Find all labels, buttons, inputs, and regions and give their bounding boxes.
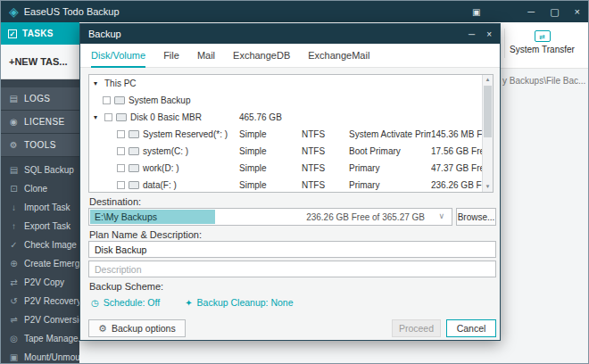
create-emergency-icon: ⊕ — [9, 259, 19, 269]
chevron-down-icon[interactable]: ∨ — [438, 211, 444, 220]
tool-item-import-task[interactable]: ↓Import Task — [1, 198, 79, 217]
tool-item-tape-manage[interactable]: ◎Tape Manage... — [1, 329, 79, 348]
tab-mail[interactable]: Mail — [197, 44, 215, 68]
cleanup-label: Backup Cleanup: None — [197, 297, 294, 308]
tree-row-system-backup[interactable]: System Backup — [89, 92, 493, 109]
tree-row-this-pc[interactable]: ▾This PC — [89, 75, 493, 92]
window-controls: ▣ ─ ▢ × — [472, 6, 580, 18]
proceed-button[interactable]: Proceed — [392, 319, 441, 337]
sidebar-item-logs[interactable]: ▤ LOGS — [1, 87, 79, 111]
close-button[interactable]: × — [575, 6, 580, 17]
dialog-close-button[interactable]: × — [486, 29, 492, 39]
minimize-button[interactable]: ─ — [527, 6, 535, 17]
tab-file[interactable]: File — [163, 44, 179, 68]
col-type: Boot Primary — [349, 146, 431, 156]
tool-label: Import Task — [24, 203, 71, 212]
easeus-logo-icon: ◈ — [9, 5, 19, 18]
col-filesystem: NTFS — [302, 180, 349, 190]
col-type: System Activate Prima... — [349, 129, 431, 139]
tool-item-check-image[interactable]: ✓Check Image — [1, 236, 79, 254]
tab-system-transfer[interactable]: ⇄ System Transfer — [504, 29, 579, 58]
tab-disk-volume[interactable]: Disk/Volume — [91, 44, 145, 68]
tree-scrollbar[interactable]: ▲ ▼ — [482, 75, 493, 192]
checkbox[interactable] — [103, 96, 111, 104]
drive-icon — [116, 113, 127, 121]
row-label: System Backup — [129, 95, 190, 105]
tab-exchangemail[interactable]: ExchangeMail — [308, 44, 369, 68]
tool-label: Export Task — [24, 221, 71, 231]
browse-button[interactable]: Browse... — [456, 208, 496, 226]
checkbox[interactable] — [104, 113, 112, 121]
menu-icon[interactable]: ▣ — [472, 7, 480, 17]
tool-item-export-task[interactable]: ↑Export Task — [1, 217, 79, 236]
col-filesystem: NTFS — [302, 146, 349, 156]
backup-options-button[interactable]: ⚙ Backup options — [88, 319, 186, 337]
tool-item-p2v-recovery[interactable]: ↺P2V Recovery — [1, 292, 79, 310]
maximize-button[interactable]: ▢ — [550, 6, 559, 18]
tasks-label: TASKS — [22, 29, 54, 38]
tool-label: Mount/Unmount — [24, 352, 79, 362]
checkbox[interactable] — [117, 130, 125, 138]
tool-item-mount-unmount[interactable]: ▣Mount/Unmount — [1, 348, 79, 363]
scroll-up-icon[interactable]: ▲ — [483, 75, 493, 85]
tree-row-work-d[interactable]: work(D: ) Simple NTFS Primary 47.37 GB F… — [89, 160, 493, 177]
system-transfer-icon: ⇄ — [535, 30, 551, 42]
sidebar-item-license[interactable]: ◉ LICENSE — [1, 111, 79, 134]
tab-exchangedb[interactable]: ExchangeDB — [233, 44, 290, 68]
plan-description-input[interactable] — [88, 261, 496, 277]
tool-item-p2v-conversion[interactable]: ⇌P2V Conversio... — [1, 310, 79, 329]
col-type: Primary — [349, 163, 431, 173]
schedule-link[interactable]: ◷ Schedule: Off — [91, 297, 160, 308]
cancel-button[interactable]: Cancel — [446, 319, 496, 337]
checkbox[interactable] — [117, 147, 125, 155]
dialog-tabs: Disk/Volume File Mail ExchangeDB Exchang… — [80, 44, 500, 68]
volume-tree: ▾This PC System Backup ▾Disk 0 Basic MBR… — [88, 74, 494, 193]
plan-label: Plan Name & Description: — [89, 229, 202, 240]
sidebar-item-tasks[interactable]: ✓ TASKS — [1, 22, 79, 45]
expander-icon[interactable]: ▾ — [94, 79, 101, 87]
dialog-minimize-button[interactable]: ─ — [469, 29, 475, 39]
tool-label: P2V Conversio... — [24, 315, 79, 325]
sidebar-item-tools[interactable]: ⚙ TOOLS — [1, 134, 79, 157]
row-label: System Reserved(*: ) — [143, 129, 228, 139]
tree-row-system-reserved[interactable]: System Reserved(*: ) Simple NTFS System … — [89, 126, 493, 143]
sidebar-spacer — [1, 79, 79, 87]
logs-label: LOGS — [24, 94, 50, 103]
tasks-check-icon: ✓ — [8, 29, 17, 38]
scheme-label: Backup Scheme: — [89, 281, 163, 292]
expander-icon[interactable]: ▾ — [94, 113, 101, 121]
disk-size: 465.76 GB — [239, 112, 302, 122]
checkbox[interactable] — [117, 181, 125, 189]
destination-label: Destination: — [89, 196, 141, 207]
tool-label: SQL Backup — [24, 165, 74, 175]
dialog-titlebar: Backup ─ × — [80, 24, 500, 44]
tool-item-clone[interactable]: ⊡Clone — [1, 179, 79, 198]
tool-label: Clone — [24, 184, 47, 194]
plan-name-input[interactable] — [88, 241, 496, 258]
p2v-recovery-icon: ↺ — [9, 296, 19, 306]
tree-row-disk0[interactable]: ▾Disk 0 Basic MBR 465.76 GB — [89, 109, 493, 126]
backup-dialog: Backup ─ × Disk/Volume File Mail Exchang… — [79, 23, 501, 341]
logs-icon: ▤ — [9, 94, 19, 103]
import-icon: ↓ — [9, 203, 19, 212]
destination-combobox[interactable]: E:\My Backups 236.26 GB Free of 365.27 G… — [88, 208, 452, 226]
tools-icon: ⚙ — [9, 140, 19, 150]
drive-icon — [129, 130, 139, 138]
tool-item-sql-backup[interactable]: ▤SQL Backup — [1, 161, 79, 179]
tool-item-create-emergency[interactable]: ⊕Create Emerge... — [1, 254, 79, 273]
new-task-button[interactable]: +NEW TAS... — [1, 45, 79, 79]
tree-row-data-f[interactable]: data(F: ) Simple NTFS Primary 236.26 GB … — [89, 177, 493, 193]
export-icon: ↑ — [9, 221, 19, 231]
scroll-down-icon[interactable]: ▼ — [483, 182, 493, 192]
col-layout: Simple — [239, 129, 302, 139]
check-image-icon: ✓ — [9, 240, 19, 250]
tool-item-p2v-copy[interactable]: ⇄P2V Copy — [1, 273, 79, 292]
checkbox[interactable] — [117, 164, 125, 172]
backup-cleanup-link[interactable]: ✦ Backup Cleanup: None — [185, 297, 293, 308]
backup-plan-partial-text: y Backups\File Bac... — [502, 76, 585, 86]
destination-value: E:\My Backups — [95, 211, 157, 222]
scheme-row: ◷ Schedule: Off ✦ Backup Cleanup: None — [91, 297, 294, 308]
scrollbar-thumb[interactable] — [484, 86, 492, 137]
tree-row-system-c[interactable]: system(C: ) Simple NTFS Boot Primary 17.… — [89, 143, 493, 160]
drive-icon — [114, 96, 125, 104]
